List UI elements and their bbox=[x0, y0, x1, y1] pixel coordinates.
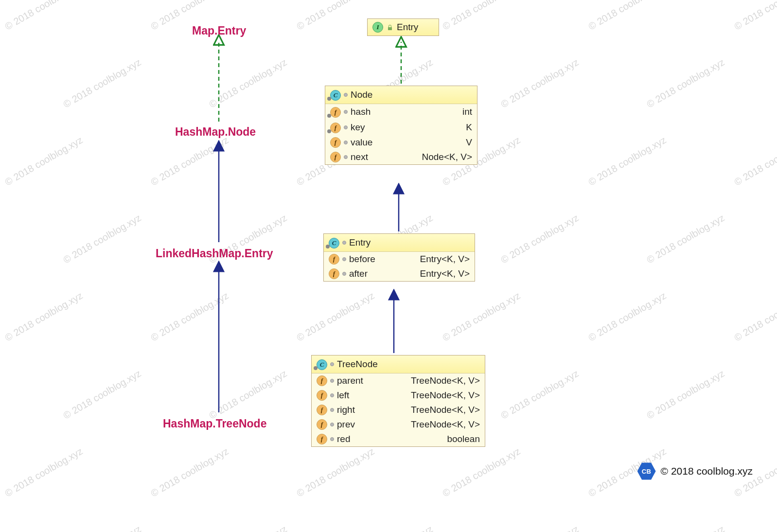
label-hashmap-treenode: HashMap.TreeNode bbox=[163, 417, 266, 430]
interface-icon: I bbox=[372, 22, 383, 33]
visibility-dot bbox=[330, 423, 334, 426]
class-icon: C bbox=[329, 238, 339, 248]
label-linkedhashmap-entry: LinkedHashMap.Entry bbox=[156, 247, 273, 260]
interface-name: Entry bbox=[397, 22, 418, 33]
field-icon: f bbox=[317, 419, 327, 430]
final-pin-icon bbox=[327, 110, 332, 115]
field-icon: f bbox=[317, 434, 327, 444]
svg-point-4 bbox=[314, 366, 318, 370]
field-icon: f bbox=[329, 268, 339, 279]
visibility-dot bbox=[344, 93, 348, 97]
field-icon: f bbox=[330, 123, 341, 133]
field-icon: f bbox=[317, 390, 327, 401]
lock-icon bbox=[386, 23, 394, 31]
svg-point-3 bbox=[326, 245, 330, 248]
visibility-dot bbox=[344, 155, 348, 159]
svg-point-2 bbox=[327, 129, 331, 133]
uml-class-entry: C Entry f before Entry<K, V> f after Ent… bbox=[323, 233, 475, 282]
visibility-dot bbox=[330, 408, 334, 412]
field-name: value bbox=[351, 137, 372, 148]
field-icon: f bbox=[317, 375, 327, 386]
field-name: hash bbox=[351, 106, 371, 117]
final-pin-icon bbox=[327, 93, 332, 98]
field-name: before bbox=[349, 254, 375, 265]
label-hashmap-node: HashMap.Node bbox=[175, 125, 256, 139]
visibility-dot bbox=[330, 437, 334, 441]
final-pin-icon bbox=[325, 241, 330, 246]
cb-logo-icon: CB bbox=[637, 462, 656, 480]
class-icon: C bbox=[317, 359, 327, 370]
label-map-entry: Map.Entry bbox=[192, 24, 246, 37]
uml-class-treenode: C TreeNode f parent TreeNode<K, V> f lef… bbox=[311, 355, 485, 447]
field-type: boolean bbox=[447, 434, 480, 444]
field-name: prev bbox=[337, 419, 355, 430]
class-icon: C bbox=[330, 90, 341, 101]
visibility-dot bbox=[344, 125, 348, 129]
field-type: V bbox=[466, 137, 472, 148]
field-name: key bbox=[351, 122, 365, 133]
field-type: Node<K, V> bbox=[422, 152, 472, 162]
field-icon: f bbox=[330, 107, 341, 118]
field-name: red bbox=[337, 434, 350, 444]
field-type: TreeNode<K, V> bbox=[411, 419, 480, 430]
field-type: TreeNode<K, V> bbox=[411, 405, 480, 415]
visibility-dot bbox=[342, 257, 346, 261]
field-icon: f bbox=[329, 254, 339, 265]
field-type: Entry<K, V> bbox=[420, 268, 470, 279]
visibility-dot bbox=[342, 272, 346, 276]
footer-text: © 2018 coolblog.xyz bbox=[661, 465, 753, 477]
visibility-dot bbox=[330, 362, 334, 366]
uml-interface-entry: I Entry bbox=[367, 18, 439, 36]
class-name: TreeNode bbox=[337, 359, 378, 370]
field-icon: f bbox=[317, 405, 327, 415]
field-type: TreeNode<K, V> bbox=[411, 375, 480, 386]
svg-point-1 bbox=[327, 114, 331, 118]
field-icon: f bbox=[330, 152, 341, 162]
field-type: int bbox=[462, 106, 472, 117]
class-name: Node bbox=[351, 89, 372, 100]
visibility-dot bbox=[344, 141, 348, 144]
diagram-canvas: Map.Entry HashMap.Node LinkedHashMap.Ent… bbox=[0, 0, 777, 532]
field-name: right bbox=[337, 405, 355, 415]
field-type: Entry<K, V> bbox=[420, 254, 470, 265]
visibility-dot bbox=[344, 110, 348, 114]
visibility-dot bbox=[342, 241, 346, 245]
field-name: left bbox=[337, 390, 349, 401]
footer-badge: CB © 2018 coolblog.xyz bbox=[637, 462, 753, 480]
field-name: next bbox=[351, 152, 368, 162]
final-pin-icon bbox=[313, 362, 318, 367]
svg-point-0 bbox=[327, 97, 331, 101]
field-type: TreeNode<K, V> bbox=[411, 390, 480, 401]
field-name: parent bbox=[337, 375, 363, 386]
visibility-dot bbox=[330, 379, 334, 383]
field-name: after bbox=[349, 268, 368, 279]
visibility-dot bbox=[330, 393, 334, 397]
final-pin-icon bbox=[327, 125, 332, 130]
uml-class-node: C Node f hash int f key K f value V f ne… bbox=[325, 86, 477, 165]
field-icon: f bbox=[330, 137, 341, 148]
field-type: K bbox=[466, 122, 472, 133]
class-name: Entry bbox=[349, 237, 371, 248]
